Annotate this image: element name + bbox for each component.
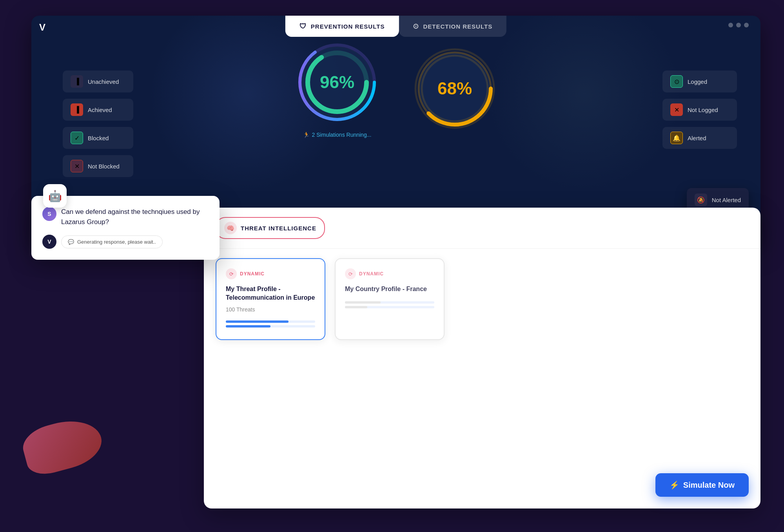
not-alerted-label: Not Alerted (712, 197, 741, 203)
card-2-bar (345, 301, 434, 304)
window-controls (728, 23, 749, 27)
user-avatar: S (42, 207, 56, 221)
detection-gauge-circle: 68% (412, 45, 498, 132)
lightning-icon: ⚡ (670, 480, 679, 490)
card-1-dynamic-icon: ⟳ (226, 268, 237, 279)
card-2-bar-fill (345, 301, 381, 304)
card-1-bar (226, 320, 315, 323)
prevention-gauge-circle: 96% (294, 39, 380, 125)
tab-detection[interactable]: ⊙ DETECTION RESULTS (399, 16, 506, 37)
card-1-threats: 100 Threats (226, 306, 315, 313)
blocked-label: Blocked (88, 135, 109, 141)
tab-prevention[interactable]: 🛡 PREVENTION RESULTS (285, 16, 399, 37)
prevention-gauge: 96% 🏃 2 Simulations Running... (294, 39, 380, 138)
bg-circle-right (486, 16, 682, 192)
simulations-label: 2 Simulations Running... (312, 132, 372, 138)
prevention-icon: 🛡 (299, 22, 307, 31)
generating-pill: 💬 Generating response, please wait.. (61, 235, 163, 248)
window-dot-2 (736, 23, 741, 27)
card-1-badge: ⟳ DYNAMIC (226, 268, 315, 279)
card-1-title: My Threat Profile - Telecommunication in… (226, 285, 315, 302)
window-dot-1 (728, 23, 733, 27)
unachieved-icon: ▐ (71, 75, 83, 88)
app-logo: V (39, 22, 45, 33)
simulations-text: 🏃 2 Simulations Running... (303, 132, 372, 138)
tabs-container: 🛡 PREVENTION RESULTS ⊙ DETECTION RESULTS (285, 16, 506, 37)
legend-left: ▐ Unachieved ▐ Achieved ✓ Blocked ✕ Not … (63, 71, 133, 177)
chat-response: V 💬 Generating response, please wait.. (42, 235, 209, 249)
threat-title-button[interactable]: 🧠 THREAT INTELLIGENCE (216, 217, 325, 239)
card-2-badge: ⟳ DYNAMIC (345, 268, 434, 279)
prevention-gauge-center: 96% (320, 72, 354, 92)
brain-icon: 🧠 (224, 222, 237, 234)
card-1-dynamic-text: DYNAMIC (240, 271, 265, 277)
not-blocked-label: Not Blocked (88, 163, 120, 170)
generating-icon: 💬 (68, 239, 74, 245)
main-container: V 🛡 PREVENTION RESULTS ⊙ DETECTION RESUL… (31, 16, 760, 508)
blocked-icon: ✓ (71, 132, 83, 144)
detection-gauge-center: 68% (437, 79, 472, 98)
card-2-title: My Country Profile - France (345, 285, 434, 293)
chat-message: S Can we defend against the technqiues u… (42, 207, 209, 227)
chat-message-text: Can we defend against the technqiues use… (61, 207, 209, 227)
tab-prevention-label: PREVENTION RESULTS (311, 23, 385, 30)
card-1-bar-2 (226, 325, 315, 328)
legend-logged: ⊙ Logged (662, 71, 737, 92)
detection-percent: 68% (437, 79, 472, 98)
threat-card-1[interactable]: ⟳ DYNAMIC My Threat Profile - Telecommun… (216, 258, 325, 340)
bot-emoji: 🤖 (48, 190, 62, 203)
achieved-label: Achieved (88, 107, 112, 113)
generating-text: Generating response, please wait.. (77, 239, 156, 245)
chat-app-logo: V (42, 235, 56, 249)
gauges-area: 96% 🏃 2 Simulations Running... (294, 39, 498, 138)
tab-detection-label: DETECTION RESULTS (423, 23, 492, 30)
cards-area: ⟳ DYNAMIC My Threat Profile - Telecommun… (204, 249, 760, 349)
prevention-percent: 96% (320, 72, 354, 92)
threat-panel: 🧠 THREAT INTELLIGENCE ⟳ DYNAMIC My Threa… (204, 208, 760, 508)
running-icon: 🏃 (303, 132, 310, 138)
not-alerted-icon: 🔕 (695, 194, 707, 206)
unachieved-label: Unachieved (88, 78, 119, 85)
legend-unachieved: ▐ Unachieved (63, 71, 133, 92)
not-logged-icon: ✕ (670, 103, 683, 116)
not-logged-label: Not Logged (688, 107, 718, 113)
logged-label: Logged (688, 78, 707, 85)
detection-gauge: 68% (412, 45, 498, 132)
threat-header: 🧠 THREAT INTELLIGENCE (204, 208, 760, 249)
card-1-bar-fill-2 (226, 325, 270, 328)
brush-decoration-left (19, 413, 107, 479)
legend-not-blocked: ✕ Not Blocked (63, 155, 133, 177)
chat-panel: 🤖 S Can we defend against the technqiues… (31, 196, 220, 260)
legend-blocked: ✓ Blocked (63, 127, 133, 149)
achieved-icon: ▐ (71, 103, 83, 116)
threat-card-2[interactable]: ⟳ DYNAMIC My Country Profile - France (335, 258, 445, 340)
alerted-label: Alerted (688, 135, 706, 141)
logged-icon: ⊙ (670, 75, 683, 88)
alerted-icon: 🔔 (670, 132, 683, 144)
legend-alerted: 🔔 Alerted (662, 127, 737, 149)
legend-right: ⊙ Logged ✕ Not Logged 🔔 Alerted (662, 71, 737, 149)
simulate-now-button[interactable]: ⚡ Simulate Now (655, 473, 749, 497)
threat-title-text: THREAT INTELLIGENCE (241, 225, 316, 232)
legend-not-logged: ✕ Not Logged (662, 99, 737, 121)
simulate-btn-label: Simulate Now (683, 481, 735, 490)
chat-bot-icon: 🤖 (43, 184, 67, 208)
not-blocked-icon: ✕ (71, 160, 83, 172)
card-1-bar-fill (226, 320, 289, 323)
card-2-bar-2 (345, 306, 434, 308)
card-2-dynamic-icon: ⟳ (345, 268, 356, 279)
window-dot-3 (744, 23, 749, 27)
card-2-bar-fill-2 (345, 306, 367, 308)
legend-achieved: ▐ Achieved (63, 99, 133, 121)
card-2-dynamic-text: DYNAMIC (359, 271, 384, 277)
detection-icon: ⊙ (413, 22, 419, 31)
